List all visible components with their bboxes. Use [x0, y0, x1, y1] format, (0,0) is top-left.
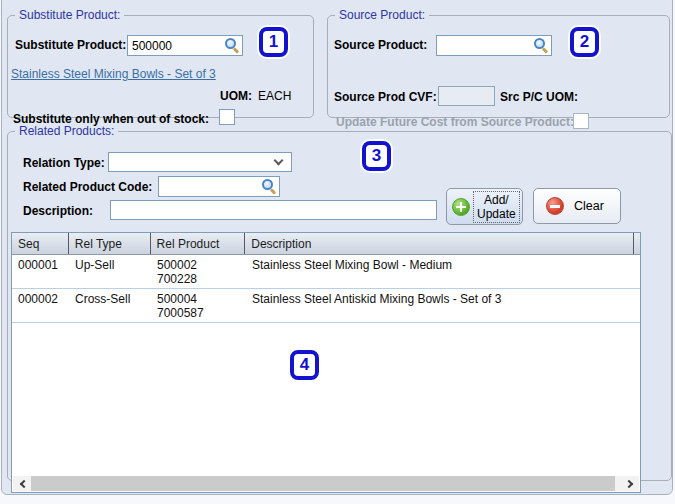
relation-type-select[interactable] [108, 152, 292, 172]
table-row[interactable]: 000001 Up-Sell 500002 700228 Stainless S… [12, 255, 640, 289]
annotation-badge-4: 4 [290, 350, 319, 380]
clear-button-label: Clear [574, 199, 604, 213]
clear-minus-icon [546, 197, 564, 215]
scroll-right-button[interactable] [621, 476, 639, 491]
substitute-product-group: Substitute Product: Substitute Product: … [7, 8, 314, 118]
related-products-group: Related Products: Relation Type: Related… [7, 124, 672, 481]
rel-product-code-2: 7000587 [157, 306, 246, 320]
search-icon[interactable] [534, 38, 549, 53]
description-input[interactable] [110, 200, 437, 220]
column-header-description[interactable]: Description [245, 233, 634, 254]
chevron-down-icon [274, 156, 284, 166]
source-prod-cvf-label: Source Prod CVF: [334, 90, 437, 104]
source-product-field [436, 35, 552, 56]
product-substitution-page: Substitute Product: Substitute Product: … [0, 0, 675, 504]
out-of-stock-checkbox[interactable] [219, 109, 235, 125]
source-product-label: Source Product: [334, 38, 427, 52]
rel-product-code-1: 500004 [157, 292, 246, 306]
related-product-code-input[interactable] [159, 177, 261, 196]
table-row[interactable]: 000002 Cross-Sell 500004 7000587 Stainle… [12, 289, 640, 323]
annotation-badge-1: 1 [259, 27, 288, 57]
annotation-badge-3: 3 [362, 141, 391, 171]
search-icon-handle [270, 188, 276, 194]
column-header-rel-product[interactable]: Rel Product [151, 233, 246, 254]
cell-description: Stainless Steel Mixing Bowl - Medium [246, 255, 640, 288]
rel-product-code-2: 700228 [157, 272, 246, 286]
src-pc-uom-label: Src P/C UOM: [500, 90, 578, 104]
cell-rel-type: Up-Sell [69, 255, 151, 288]
clear-button[interactable]: Clear [533, 188, 621, 224]
column-header-seq[interactable]: Seq [12, 233, 69, 254]
column-header-rel-type[interactable]: Rel Type [69, 233, 151, 254]
search-icon[interactable] [225, 38, 240, 53]
source-product-group: Source Product: Source Product: Source P… [327, 8, 670, 118]
column-header-stub [634, 233, 640, 254]
add-plus-icon [452, 198, 470, 216]
substitute-product-link[interactable]: Stainless Steel Mixing Bowls - Set of 3 [11, 67, 216, 81]
related-product-code-label: Related Product Code: [23, 180, 152, 194]
search-icon[interactable] [262, 179, 277, 194]
add-update-button[interactable]: Add/ Update [446, 188, 523, 225]
chevron-right-icon [624, 479, 632, 487]
substitute-product-group-title: Substitute Product: [15, 8, 124, 22]
source-product-group-title: Source Product: [335, 8, 429, 22]
source-product-input[interactable] [437, 36, 533, 55]
source-prod-cvf-input [438, 86, 495, 106]
relation-type-label: Relation Type: [23, 156, 105, 170]
search-icon-lens [262, 179, 273, 190]
add-update-button-label: Add/ Update [473, 191, 520, 223]
scroll-left-button[interactable] [13, 476, 31, 491]
cell-description: Stainless Steel Antiskid Mixing Bowls - … [246, 289, 640, 322]
annotation-badge-2: 2 [570, 27, 599, 57]
search-icon-lens [225, 38, 236, 49]
horizontal-scrollbar[interactable] [13, 476, 639, 491]
cell-rel-product: 500002 700228 [151, 255, 246, 288]
chevron-left-icon [19, 479, 27, 487]
main-panel: Substitute Product: Substitute Product: … [1, 0, 673, 495]
substitute-product-field [127, 35, 243, 56]
cell-seq: 000002 [12, 289, 69, 322]
search-icon-handle [542, 47, 548, 53]
description-label: Description: [23, 204, 93, 218]
uom-value: EACH [258, 89, 291, 103]
search-icon-handle [233, 47, 239, 53]
search-icon-lens [534, 38, 545, 49]
cell-rel-product: 500004 7000587 [151, 289, 246, 322]
rel-product-code-1: 500002 [157, 258, 246, 272]
related-products-group-title: Related Products: [15, 124, 118, 138]
scrollbar-thumb[interactable] [31, 476, 615, 491]
related-product-code-field [158, 176, 280, 197]
add-update-label-line2: Update [477, 207, 516, 221]
table-header-row: Seq Rel Type Rel Product Description [12, 233, 640, 255]
related-products-table: Seq Rel Type Rel Product Description 000… [11, 232, 641, 493]
uom-label: UOM: [220, 89, 252, 103]
substitute-product-label: Substitute Product: [15, 38, 126, 52]
substitute-product-input[interactable] [128, 36, 224, 55]
add-update-label-line1: Add/ [484, 193, 509, 207]
cell-rel-type: Cross-Sell [69, 289, 151, 322]
cell-seq: 000001 [12, 255, 69, 288]
